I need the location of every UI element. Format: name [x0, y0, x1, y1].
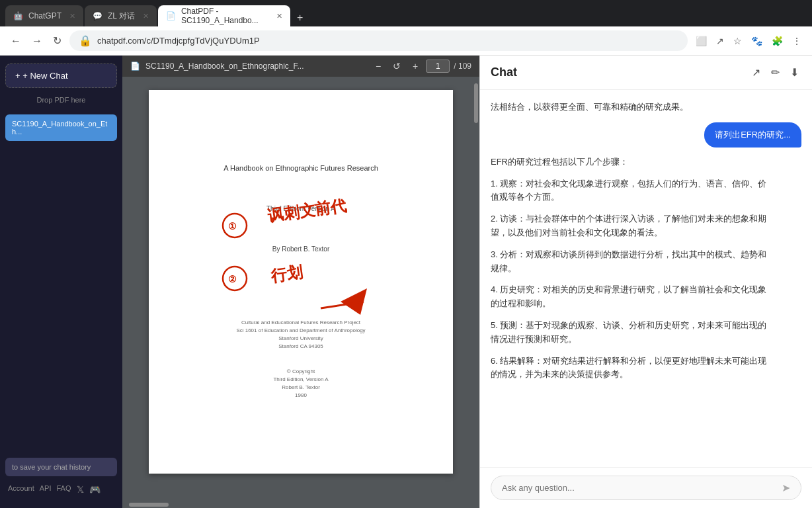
lock-icon: 🔒 [79, 34, 92, 47]
tab-label-chatgpt: ChatGPT [28, 11, 61, 21]
save-history-label: to save your chat history [12, 463, 91, 471]
chat-message-0: 法相结合，以获得更全面、可靠和精确的研究成果。 [491, 101, 688, 114]
sidebar: + + New Chat Drop PDF here SC1190_A_Hand… [0, 56, 122, 508]
extension-icon[interactable]: 🐾 [749, 33, 765, 49]
chat-panel: Chat ↗ ✏ ⬇ 法相结合，以获得更全面、可靠和精确的研究成果。 请列出EF… [479, 56, 812, 508]
refresh-button[interactable]: ↻ [50, 32, 64, 50]
tab-label-dialogue: ZL 对话 [108, 11, 135, 22]
menu-icon[interactable]: ⋮ [790, 33, 804, 49]
bookmark-icon[interactable]: ☆ [731, 33, 745, 49]
twitter-icon[interactable]: 𝕏 [77, 484, 84, 495]
pdf-zoom-out[interactable]: − [372, 60, 385, 73]
sidebar-item-label: SC1190_A_Handbook_on_Eth... [12, 120, 107, 136]
pdf-org: Cultural and Educational Futures Researc… [169, 319, 433, 351]
chat-message-step2: 2. 访谈：与社会群体中的个体进行深入访谈，了解他们对未来的想象和期望，以及他们… [491, 212, 770, 240]
tab-label-chatpdf: ChatPDF - SC1190_A_Handbo... [181, 7, 268, 25]
chat-message-user: 请列出EFR的研究... [704, 122, 801, 148]
chat-step1-text: 1. 观察：对社会和文化现象进行观察，包括人们的行为、语言、信仰、价值观等各个方… [491, 179, 766, 202]
drop-pdf-label: Drop PDF here [37, 96, 86, 104]
chat-message-step1: 1. 观察：对社会和文化现象进行观察，包括人们的行为、语言、信仰、价值观等各个方… [491, 177, 770, 205]
tab-close-dialogue[interactable]: ✕ [143, 12, 149, 21]
chat-message-step4: 4. 历史研究：对相关的历史和背景进行研究，以了解当前社会和文化现象的过程和影响… [491, 283, 770, 311]
drop-pdf-area[interactable]: Drop PDF here [5, 93, 117, 106]
pdf-viewer: 📄 SC1190_A_Handbook_on_Ethnographic_F...… [122, 56, 479, 508]
pdf-page-input[interactable] [426, 60, 450, 73]
tab-dialogue[interactable]: 💬 ZL 对话 ✕ [85, 5, 157, 26]
chat-message-intro: EFR的研究过程包括以下几个步骤： [491, 155, 628, 169]
tab-close-chatgpt[interactable]: ✕ [69, 12, 75, 21]
horizontal-scrollbar[interactable] [129, 503, 169, 507]
api-link[interactable]: API [40, 484, 52, 495]
chat-header-actions: ↗ ✏ ⬇ [749, 64, 801, 81]
chat-message-intro-text: EFR的研究过程包括以下几个步骤： [491, 157, 628, 167]
chat-title: Chat [491, 65, 749, 79]
address-icons: ⬜ ↗ ☆ 🐾 🧩 ⋮ [693, 33, 804, 49]
vertical-scrollbar[interactable] [474, 83, 478, 123]
edit-icon[interactable]: ✏ [768, 64, 782, 81]
plus-icon: + [15, 71, 20, 81]
tab-favicon-chatgpt: 🤖 [13, 11, 23, 21]
save-history-text: to save your chat history [5, 458, 117, 476]
pdf-toolbar: 📄 SC1190_A_Handbook_on_Ethnographic_F...… [122, 56, 479, 77]
pdf-scroll-area[interactable]: A Handbook on Ethnographic Futures Resea… [122, 77, 479, 508]
account-link[interactable]: Account [8, 484, 34, 495]
chat-message-step3: 3. 分析：对观察和访谈所得到的数据进行分析，找出其中的模式、趋势和规律。 [491, 248, 770, 276]
pdf-book-title: A Handbook on Ethnographic Futures Resea… [169, 164, 433, 172]
chat-send-button[interactable]: ➤ [782, 482, 790, 494]
chat-input-area: ➤ [480, 467, 812, 508]
user-message-text: 请列出EFR的研究... [715, 130, 791, 140]
chat-step4-text: 4. 历史研究：对相关的历史和背景进行研究，以了解当前社会和文化现象的过程和影响… [491, 284, 766, 308]
chat-header: Chat ↗ ✏ ⬇ [480, 56, 812, 90]
footer-links: Account API FAQ 𝕏 🎮 [5, 479, 117, 500]
address-bar: ← → ↻ 🔒 chatpdf.com/c/DTmdjcpfgTdVjQuYDU… [0, 26, 812, 56]
back-button[interactable]: ← [8, 32, 24, 50]
tab-chatpdf[interactable]: 📄 ChatPDF - SC1190_A_Handbo... ✕ [158, 5, 290, 26]
pdf-zoom-in[interactable]: + [409, 60, 422, 73]
chat-step5-text: 5. 预测：基于对现象的观察、访谈、分析和历史研究，对未来可能出现的情况进行预测… [491, 320, 766, 344]
new-chat-label: + New Chat [22, 71, 67, 81]
forward-button[interactable]: → [29, 32, 45, 50]
url-bar[interactable]: 🔒 chatpdf.com/c/DTmdjcpfgTdVjQuYDUm1P [69, 30, 688, 51]
chat-step6-text: 6. 结果解释：对研究结果进行解释和分析，以便更好地理解未来可能出现的情况，并为… [491, 356, 766, 380]
pdf-file-icon: 📄 [130, 62, 140, 71]
sidebar-recent-item[interactable]: SC1190_A_Handbook_on_Eth... [5, 114, 117, 141]
chat-message-text-0: 法相结合，以获得更全面、可靠和精确的研究成果。 [491, 102, 688, 112]
main-layout: + + New Chat Drop PDF here SC1190_A_Hand… [0, 56, 812, 508]
pdf-content: A Handbook on Ethnographic Futures Resea… [169, 164, 433, 400]
pdf-reset[interactable]: ↺ [389, 60, 405, 73]
chat-message-step6: 6. 结果解释：对研究结果进行解释和分析，以便更好地理解未来可能出现的情况，并为… [491, 355, 770, 382]
faq-link[interactable]: FAQ [56, 484, 71, 495]
tab-favicon-chatpdf: 📄 [166, 11, 176, 21]
chat-step2-text: 2. 访谈：与社会群体中的个体进行深入访谈，了解他们对未来的想象和期望，以及他们… [491, 214, 766, 237]
url-text: chatpdf.com/c/DTmdjcpfgTdVjQuYDUm1P [97, 36, 260, 46]
share-icon[interactable]: ↗ [713, 33, 727, 49]
screen-capture-icon[interactable]: ⬜ [693, 33, 710, 49]
discord-icon[interactable]: 🎮 [89, 484, 101, 495]
tab-bar: 🤖 ChatGPT ✕ 💬 ZL 对话 ✕ 📄 ChatPDF - SC1190… [0, 0, 812, 26]
sidebar-footer: to save your chat history Account API FA… [5, 458, 117, 500]
user-bubble: 请列出EFR的研究... [704, 122, 801, 148]
pdf-page: A Handbook on Ethnographic Futures Resea… [149, 90, 453, 474]
tab-chatgpt[interactable]: 🤖 ChatGPT ✕ [5, 5, 83, 26]
chat-message-step5: 5. 预测：基于对现象的观察、访谈、分析和历史研究，对未来可能出现的情况进行预测… [491, 319, 770, 347]
download-icon[interactable]: ⬇ [788, 64, 801, 81]
pdf-title: SC1190_A_Handbook_on_Ethnographic_F... [145, 62, 366, 71]
chat-messages[interactable]: 法相结合，以获得更全面、可靠和精确的研究成果。 请列出EFR的研究... EFR… [480, 90, 812, 467]
chat-step3-text: 3. 分析：对观察和访谈所得到的数据进行分析，找出其中的模式、趋势和规律。 [491, 249, 766, 273]
external-link-icon[interactable]: ↗ [749, 64, 763, 81]
pdf-navigation: − ↺ + / 109 [372, 60, 471, 73]
new-tab-button[interactable]: + [292, 9, 308, 26]
chat-input[interactable] [502, 483, 782, 493]
pdf-author: By Robert B. Textor [169, 245, 433, 253]
puzzle-icon[interactable]: 🧩 [769, 33, 786, 49]
pdf-copyright: © Copyright Third Edition, Version A Rob… [169, 368, 433, 400]
chat-input-box: ➤ [491, 476, 801, 500]
tab-close-chatpdf[interactable]: ✕ [276, 12, 282, 21]
pdf-edition: Third Edition: Version A [169, 205, 433, 212]
tab-favicon-dialogue: 💬 [93, 11, 102, 21]
new-chat-button[interactable]: + + New Chat [5, 64, 117, 88]
pdf-page-total: / 109 [454, 62, 471, 71]
